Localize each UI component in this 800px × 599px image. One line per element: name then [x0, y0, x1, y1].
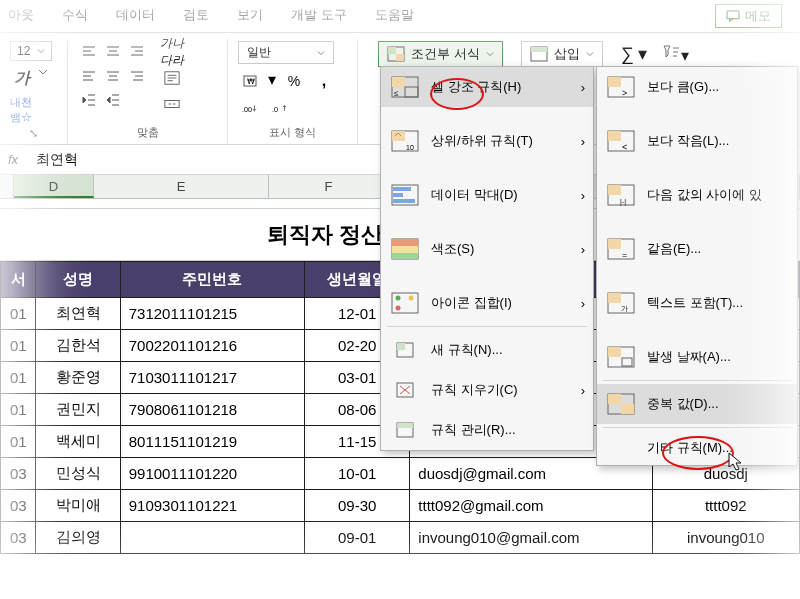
- col-header-F[interactable]: F: [269, 175, 389, 198]
- menu-color-scales[interactable]: 색조(S) ›: [381, 229, 593, 269]
- svg-text:<: <: [622, 142, 627, 152]
- tab-developer[interactable]: 개발 도구: [291, 6, 347, 24]
- conditional-format-icon: [387, 46, 405, 62]
- svg-rect-49: [608, 293, 621, 303]
- menu-more-rules[interactable]: 기타 규칙(M)...: [597, 431, 797, 465]
- svg-rect-2: [165, 100, 179, 107]
- svg-rect-56: [621, 404, 634, 414]
- svg-rect-43: [608, 185, 621, 195]
- autosum-icon[interactable]: ∑ ▾: [621, 43, 648, 65]
- align-center[interactable]: [102, 65, 124, 87]
- menu-highlight-cells[interactable]: ≤ 셀 강조 규칙(H) ›: [381, 67, 593, 107]
- menu-date-occurring[interactable]: 발생 날짜(A)...: [597, 337, 797, 377]
- top-bottom-icon: 10: [391, 129, 419, 153]
- tab-review[interactable]: 검토: [183, 6, 209, 24]
- svg-rect-24: [392, 239, 418, 246]
- currency-icon[interactable]: ₩: [238, 70, 262, 92]
- svg-point-28: [396, 296, 401, 301]
- svg-text:.00: .00: [242, 106, 252, 114]
- comment-icon: [726, 10, 740, 22]
- svg-rect-26: [392, 253, 418, 259]
- less-icon: <: [607, 129, 635, 153]
- equal-icon: =: [607, 237, 635, 261]
- data-bars-icon: [391, 183, 419, 207]
- svg-text:가: 가: [621, 305, 628, 312]
- dialog-launcher-icon[interactable]: ⤡: [10, 127, 57, 144]
- text-effects[interactable]: 내천뱀☆: [10, 95, 32, 125]
- fx-icon[interactable]: fx: [0, 152, 26, 167]
- svg-rect-14: [405, 87, 418, 97]
- memo-button[interactable]: 메모: [715, 4, 782, 28]
- svg-point-30: [396, 306, 401, 311]
- orientation-icon[interactable]: 가나다라: [160, 41, 184, 63]
- chevron-right-icon: ›: [581, 296, 585, 311]
- number-format-combo[interactable]: 일반: [238, 41, 334, 64]
- increase-decimal-icon[interactable]: .00: [238, 98, 262, 120]
- percent-icon[interactable]: %: [282, 70, 306, 92]
- date-icon: [607, 345, 635, 369]
- svg-text:>: >: [622, 88, 627, 98]
- between-icon: |-|: [607, 183, 635, 207]
- menu-manage-rules[interactable]: 규칙 관리(R)...: [381, 410, 593, 450]
- indent-increase[interactable]: [102, 89, 124, 111]
- comma-icon[interactable]: ,: [312, 70, 336, 92]
- wrap-text-icon[interactable]: [160, 67, 184, 89]
- conditional-format-menu: ≤ 셀 강조 규칙(H) › 10 상위/하위 규칙(T) › 데이터 막대(D…: [380, 66, 594, 451]
- svg-point-29: [409, 296, 414, 301]
- menu-new-rule[interactable]: 새 규칙(N)...: [381, 330, 593, 370]
- table-row[interactable]: 03박미애910930110122109-30tttt092@gmail.com…: [1, 490, 800, 522]
- svg-rect-40: [608, 131, 621, 141]
- decrease-decimal-icon[interactable]: .0: [268, 98, 292, 120]
- align-top-left[interactable]: [78, 41, 100, 63]
- bold-icon[interactable]: 가: [10, 67, 34, 89]
- indent-decrease[interactable]: [78, 89, 100, 111]
- svg-rect-25: [392, 246, 418, 253]
- menu-clear-rules[interactable]: 규칙 지우기(C) ›: [381, 370, 593, 410]
- tab-help[interactable]: 도움말: [375, 6, 414, 24]
- menu-less-than[interactable]: < 보다 작음(L)...: [597, 121, 797, 161]
- menu-top-bottom[interactable]: 10 상위/하위 규칙(T) ›: [381, 121, 593, 161]
- chevron-down-icon: [317, 49, 325, 57]
- align-right[interactable]: [126, 65, 148, 87]
- svg-rect-46: [608, 239, 621, 249]
- svg-rect-9: [396, 54, 404, 61]
- tab-formulas[interactable]: 수식: [62, 6, 88, 24]
- chevron-right-icon: ›: [581, 188, 585, 203]
- chevron-right-icon: ›: [581, 80, 585, 95]
- manage-rules-icon: [391, 418, 419, 442]
- align-top-center[interactable]: [102, 41, 124, 63]
- ribbon-tabs: 아웃 수식 데이터 검토 보기 개발 도구 도움말: [0, 0, 800, 33]
- menu-data-bars[interactable]: 데이터 막대(D) ›: [381, 175, 593, 215]
- svg-rect-17: [392, 131, 405, 141]
- merge-icon[interactable]: [160, 93, 184, 115]
- svg-rect-13: [392, 77, 405, 87]
- col-header-D[interactable]: D: [14, 175, 94, 198]
- svg-rect-52: [608, 347, 621, 357]
- highlight-cells-icon: ≤: [391, 75, 419, 99]
- group-label-number: 표시 형식: [238, 125, 347, 144]
- menu-greater-than[interactable]: > 보다 큼(G)...: [597, 67, 797, 107]
- tab-data[interactable]: 데이터: [116, 6, 155, 24]
- svg-text:₩: ₩: [247, 77, 255, 86]
- svg-text:.0: .0: [272, 106, 278, 114]
- menu-text-contains[interactable]: 가 텍스트 포함(T)...: [597, 283, 797, 323]
- svg-rect-32: [397, 343, 405, 350]
- menu-equal-to[interactable]: = 같음(E)...: [597, 229, 797, 269]
- tab-layout[interactable]: 아웃: [8, 6, 34, 24]
- tab-view[interactable]: 보기: [237, 6, 263, 24]
- svg-rect-55: [608, 394, 621, 404]
- insert-cells-button[interactable]: 삽입: [521, 41, 603, 67]
- menu-duplicate-values[interactable]: 중복 값(D)...: [597, 384, 797, 424]
- align-top-right[interactable]: [126, 41, 148, 63]
- sort-filter-icon[interactable]: ▾: [661, 43, 689, 65]
- col-header-E[interactable]: E: [94, 175, 269, 198]
- conditional-formatting-button[interactable]: 조건부 서식: [378, 41, 503, 67]
- svg-text:=: =: [622, 250, 627, 260]
- table-row[interactable]: 03김의영09-01invoung010@gmail.cominvoung010: [1, 522, 800, 554]
- font-size-combo[interactable]: 12: [10, 41, 52, 61]
- align-left[interactable]: [78, 65, 100, 87]
- new-rule-icon: [391, 338, 419, 362]
- menu-between[interactable]: |-| 다음 값의 사이에 있: [597, 175, 797, 215]
- chevron-down-icon: [37, 47, 45, 55]
- menu-icon-sets[interactable]: 아이콘 집합(I) ›: [381, 283, 593, 323]
